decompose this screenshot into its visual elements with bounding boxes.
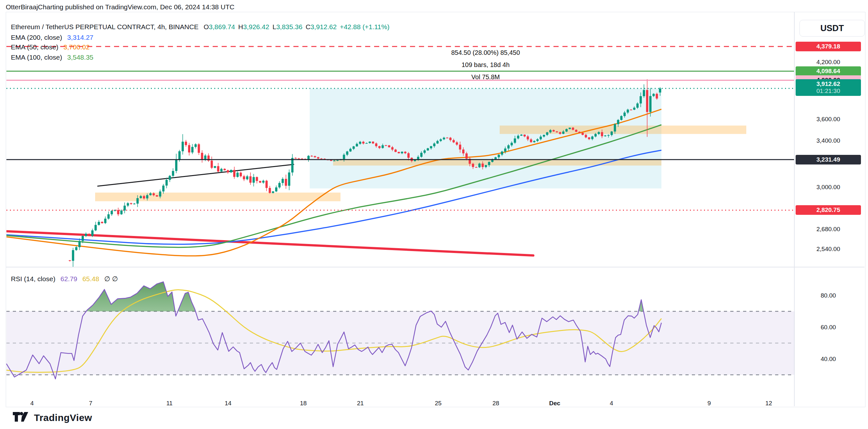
ohlc-token: O3,869.74 [204, 23, 235, 30]
ema50-label: EMA (50, close) [11, 43, 58, 51]
time-tick-18[interactable]: 18 [300, 400, 307, 407]
price-badge-3,231.49[interactable]: 3,231.49 [796, 155, 861, 165]
price-badge-4,379.18[interactable]: 4,379.18 [796, 42, 861, 51]
ohlc-token: L3,835.36 [273, 23, 302, 30]
publisher-line: OtterBiraajCharting published on Trading… [6, 3, 235, 11]
rsi-label-60[interactable]: 60.00 [796, 324, 861, 331]
ema100-label: EMA (100, close) [11, 54, 62, 61]
ema50-legend[interactable]: EMA (50, close) 3,700.02 [11, 43, 90, 51]
time-tick-Dec[interactable]: Dec [549, 400, 560, 407]
time-tick-14[interactable]: 14 [224, 400, 231, 407]
time-tick-25[interactable]: 25 [435, 400, 441, 407]
price-label-3000[interactable]: 3,000.00 [796, 184, 861, 191]
ohlc-token: H3,926.42 [238, 23, 269, 30]
rsi-ma-value: 65.48 [82, 275, 99, 283]
price-label-3400[interactable]: 3,400.00 [796, 137, 861, 144]
ohlc-values: O3,869.74H3,926.42L3,835.36C3,912.62+42.… [204, 23, 393, 30]
ema200-value: 3,314.27 [67, 34, 94, 41]
time-tick-28[interactable]: 28 [492, 400, 499, 407]
tradingview-logo-text: TradingView [34, 412, 92, 423]
price-label-3600[interactable]: 3,600.00 [796, 116, 861, 123]
ohlc-token: +42.88 (+1.11%) [340, 23, 390, 30]
time-tick-11[interactable]: 11 [166, 400, 173, 407]
measure-volume: Vol 75.8M [405, 71, 566, 83]
time-tick-4[interactable]: 4 [30, 400, 34, 407]
time-tick-21[interactable]: 21 [357, 400, 364, 407]
price-label-4200[interactable]: 4,200.00 [796, 59, 861, 66]
rsi-label-80[interactable]: 80.00 [796, 292, 861, 299]
tradingview-footer[interactable]: TradingView [13, 411, 92, 424]
ema50-value: 3,700.02 [63, 43, 90, 51]
price-badge-4,098.64[interactable]: 4,098.64 [796, 66, 861, 76]
time-tick-4[interactable]: 4 [610, 400, 613, 407]
measure-bar-range: 109 bars, 18d 4h [405, 59, 566, 71]
price-label-2680[interactable]: 2,680.00 [796, 226, 861, 233]
measure-price-range: 854.50 (28.00%) 85,450 [405, 47, 566, 59]
ohlc-token: C3,912.62 [306, 23, 337, 30]
rsi-legend[interactable]: RSI (14, close) 62.79 65.48 ∅ ∅ [11, 275, 118, 283]
price-label-2540[interactable]: 2,540.00 [796, 246, 861, 253]
tradingview-logo-icon [13, 411, 29, 424]
ema100-legend[interactable]: EMA (100, close) 3,548.35 [11, 54, 94, 61]
symbol-title[interactable]: Ethereum / TetherUS PERPETUAL CONTRACT, … [11, 23, 198, 30]
measure-annotation[interactable]: 854.50 (28.00%) 85,450 109 bars, 18d 4h … [405, 47, 566, 83]
price-badge-2,820.75[interactable]: 2,820.75 [796, 205, 861, 215]
time-tick-12[interactable]: 12 [765, 400, 772, 407]
tradingview-screenshot: OtterBiraajCharting published on Trading… [0, 0, 868, 429]
price-badge-3,912.62[interactable]: 3,912.6201:21:30 [796, 79, 861, 96]
ema100-value: 3,548.35 [67, 54, 94, 61]
rsi-title: RSI (14, close) [11, 275, 55, 283]
rsi-null-params: ∅ ∅ [104, 275, 118, 283]
symbol-legend[interactable]: Ethereum / TetherUS PERPETUAL CONTRACT, … [11, 23, 393, 31]
rsi-value: 62.79 [61, 275, 78, 283]
currency-toggle-button[interactable]: USDT [800, 20, 865, 36]
rsi-label-40[interactable]: 40.00 [796, 355, 861, 363]
time-tick-7[interactable]: 7 [89, 400, 93, 407]
time-tick-9[interactable]: 9 [708, 400, 711, 407]
ema200-legend[interactable]: EMA (200, close) 3,314.27 [11, 34, 94, 41]
ema200-label: EMA (200, close) [11, 34, 62, 41]
